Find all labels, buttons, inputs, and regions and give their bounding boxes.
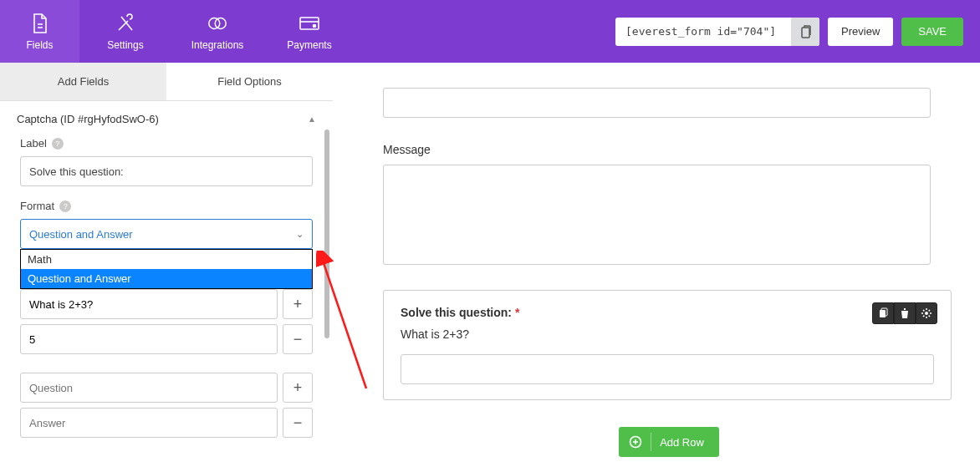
payments-icon (299, 13, 320, 34)
sidebar-tabs: Add Fields Field Options (0, 63, 333, 101)
toolbar-nav: Fields Settings Integrations Payments (0, 0, 355, 63)
shortcode-input[interactable] (615, 25, 791, 38)
tools-icon (115, 13, 136, 34)
svg-point-1 (215, 18, 226, 28)
svg-point-0 (209, 18, 220, 28)
toolbar-right: Preview SAVE (615, 0, 980, 63)
sidebar: Add Fields Field Options Captcha (ID #rg… (0, 63, 333, 467)
section-title: Captcha (ID #rgHyfodSwO-6) (17, 113, 159, 125)
tab-payments[interactable]: Payments (263, 0, 355, 63)
sidetab-add-fields[interactable]: Add Fields (0, 63, 166, 100)
svg-rect-5 (880, 310, 886, 317)
field-group-format: Format ? Question and Answer ⌄ Math Ques… (0, 200, 333, 262)
field-group-label: Label ? (0, 137, 333, 200)
question-input-2[interactable] (20, 373, 278, 403)
canvas-field-input-stub[interactable] (383, 88, 931, 118)
remove-qa-button[interactable]: − (283, 324, 313, 354)
format-select[interactable]: Question and Answer ⌄ (20, 219, 313, 249)
tab-fields[interactable]: Fields (0, 0, 79, 63)
svg-rect-2 (300, 18, 319, 29)
tab-label: Integrations (191, 39, 244, 51)
trash-icon (900, 307, 910, 319)
preview-button[interactable]: Preview (828, 18, 893, 46)
format-selected-value: Question and Answer (29, 228, 133, 241)
answer-input-2[interactable] (20, 408, 278, 438)
section-header-captcha[interactable]: Captcha (ID #rgHyfodSwO-6) ▲ (0, 101, 333, 137)
integrations-icon (207, 13, 228, 34)
message-textarea[interactable] (383, 165, 931, 265)
help-icon[interactable]: ? (52, 138, 64, 150)
remove-qa-button[interactable]: − (283, 408, 313, 438)
label-heading: Label ? (20, 137, 313, 150)
answer-input-1[interactable] (20, 324, 278, 354)
qa-block-2: + − (0, 373, 333, 456)
collapse-icon: ▲ (308, 114, 316, 124)
qa-block-1: + − (0, 289, 333, 373)
captcha-card[interactable]: Solve this question: * What is 2+3? (383, 290, 952, 400)
captcha-question: What is 2+3? (401, 327, 934, 341)
svg-point-3 (314, 24, 316, 27)
settings-button[interactable] (916, 302, 937, 324)
format-select-wrap: Question and Answer ⌄ Math Question and … (20, 219, 313, 249)
top-toolbar: Fields Settings Integrations Payments (0, 0, 980, 63)
main-area: Add Fields Field Options Captcha (ID #rg… (0, 63, 980, 467)
plus-circle-icon (629, 435, 642, 449)
format-dropdown: Math Question and Answer (20, 249, 313, 289)
format-heading: Format ? (20, 200, 313, 212)
delete-button[interactable] (894, 302, 916, 324)
form-canvas: Message (333, 63, 980, 467)
tab-label: Payments (287, 39, 331, 51)
svg-rect-4 (802, 28, 809, 38)
label-input[interactable] (20, 156, 313, 186)
add-row-label: Add Row (660, 436, 704, 449)
shortcode-box (615, 18, 819, 46)
question-input-1[interactable] (20, 289, 278, 319)
add-qa-button[interactable]: + (283, 289, 313, 319)
format-option-math[interactable]: Math (21, 250, 312, 269)
clipboard-icon (799, 24, 812, 39)
format-option-qa[interactable]: Question and Answer (21, 269, 312, 288)
captcha-answer-input[interactable] (401, 354, 934, 384)
tab-label: Fields (26, 39, 53, 51)
svg-point-7 (925, 312, 928, 315)
copy-shortcode-button[interactable] (791, 18, 819, 46)
sidebar-scrollbar[interactable] (324, 129, 329, 338)
message-label: Message (383, 143, 955, 156)
duplicate-button[interactable] (872, 302, 894, 324)
add-row-button[interactable]: Add Row (619, 427, 719, 457)
copy-icon (878, 307, 888, 319)
captcha-title: Solve this question: * (401, 306, 519, 319)
file-icon (29, 13, 51, 34)
help-icon[interactable]: ? (59, 201, 71, 212)
required-asterisk: * (515, 306, 519, 319)
add-qa-button[interactable]: + (283, 373, 313, 403)
save-button[interactable]: SAVE (901, 18, 963, 46)
gear-icon (921, 307, 932, 319)
sidetab-field-options[interactable]: Field Options (166, 63, 333, 100)
chevron-down-icon: ⌄ (296, 229, 304, 240)
tab-integrations[interactable]: Integrations (171, 0, 263, 63)
card-actions (872, 302, 937, 324)
tab-label: Settings (107, 39, 143, 51)
tab-settings[interactable]: Settings (79, 0, 171, 63)
